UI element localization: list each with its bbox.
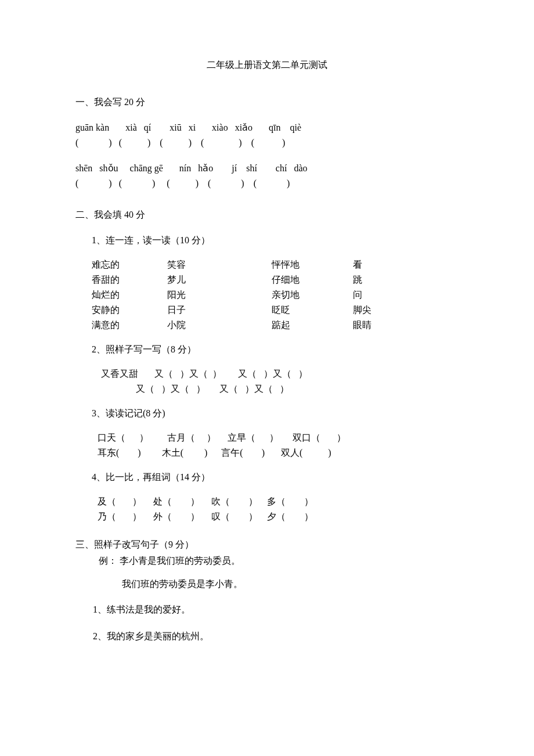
- match-table: 难忘的 笑容 怦怦地 看 香甜的 梦儿 仔细地 跳 灿烂的 阳光 亲切地 问 安…: [92, 258, 459, 332]
- match-cell: 梦儿: [167, 273, 272, 287]
- match-cell: 亲切地: [272, 288, 353, 302]
- match-cell: 问: [353, 288, 399, 302]
- match-row: 难忘的 笑容 怦怦地 看: [92, 258, 459, 272]
- match-row: 安静的 日子 眨眨 脚尖: [92, 303, 459, 317]
- match-cell: 仔细地: [272, 273, 353, 287]
- match-cell: 怦怦地: [272, 258, 353, 272]
- pinyin-row-2: shēn shǒu chāng gē nín hǎo jí shí chí dà…: [75, 161, 459, 175]
- pattern-line-2[interactable]: 又（ ）又（ ） 又（ ）又（ ）: [99, 382, 459, 396]
- example-answer: 我们班的劳动委员是李小青。: [122, 577, 459, 591]
- q2-4-heading: 4、比一比，再组词（14 分）: [92, 470, 459, 484]
- match-cell: 笑容: [167, 258, 272, 272]
- match-cell: 跳: [353, 273, 399, 287]
- match-cell: 眼睛: [353, 318, 399, 332]
- match-cell: 踮起: [272, 318, 353, 332]
- document-title: 二年级上册语文第二单元测试: [75, 58, 459, 72]
- page: 二年级上册语文第二单元测试 一、我会写 20 分 guān kàn xià qí…: [0, 0, 534, 756]
- section-1-heading: 一、我会写 20 分: [75, 95, 459, 109]
- match-row: 灿烂的 阳光 亲切地 问: [92, 288, 459, 302]
- pinyin-row-1: guān kàn xià qí xiū xi xiào xiǎo qīn qiè: [75, 121, 459, 135]
- section-3-heading: 三、照样子改写句子（9 分）: [75, 538, 459, 552]
- match-cell: 眨眨: [272, 303, 353, 317]
- pattern-line-1[interactable]: 又香又甜 又（ ）又（ ） 又（ ）又（ ）: [99, 367, 459, 381]
- match-cell: 满意的: [92, 318, 167, 332]
- q2-1-heading: 1、连一连，读一读（10 分）: [92, 233, 459, 247]
- match-cell: 难忘的: [92, 258, 167, 272]
- match-cell: 安静的: [92, 303, 167, 317]
- section-2-heading: 二、我会填 40 分: [75, 208, 459, 222]
- compare-line-1[interactable]: 及（ ） 处（ ） 吹（ ） 多（ ）: [98, 495, 459, 509]
- section-2-body: 1、连一连，读一读（10 分） 难忘的 笑容 怦怦地 看 香甜的 梦儿 仔细地 …: [92, 233, 459, 524]
- read-line-1[interactable]: 口天（ ） 古月（ ） 立早（ ） 双口（ ）: [98, 431, 459, 445]
- match-cell: 小院: [167, 318, 272, 332]
- q2-3-heading: 3、读读记记(8 分): [92, 406, 459, 420]
- rewrite-q1[interactable]: 1、练书法是我的爱好。: [93, 603, 459, 617]
- blank-row-1[interactable]: ( ) ( ) ( ) ( ) ( ): [75, 136, 459, 150]
- match-row: 满意的 小院 踮起 眼睛: [92, 318, 459, 332]
- match-cell: 阳光: [167, 288, 272, 302]
- compare-line-2[interactable]: 乃（ ） 外（ ） 叹（ ） 夕（ ）: [98, 510, 459, 524]
- q2-2-heading: 2、照样子写一写（8 分）: [92, 343, 459, 357]
- read-line-2[interactable]: 耳东( ) 木土( ) 言午( ) 双人( ): [98, 446, 459, 460]
- pattern-block: 又香又甜 又（ ）又（ ） 又（ ）又（ ） 又（ ）又（ ） 又（ ）又（ ）: [99, 367, 459, 396]
- blank-row-2[interactable]: ( ) ( ) ( ) ( ) ( ): [75, 177, 459, 190]
- match-cell: 香甜的: [92, 273, 167, 287]
- match-cell: 日子: [167, 303, 272, 317]
- match-cell: 脚尖: [353, 303, 399, 317]
- example-sentence: 例： 李小青是我们班的劳动委员。: [99, 554, 459, 568]
- rewrite-q2[interactable]: 2、我的家乡是美丽的杭州。: [93, 629, 459, 643]
- match-row: 香甜的 梦儿 仔细地 跳: [92, 273, 459, 287]
- match-cell: 灿烂的: [92, 288, 167, 302]
- match-cell: 看: [353, 258, 399, 272]
